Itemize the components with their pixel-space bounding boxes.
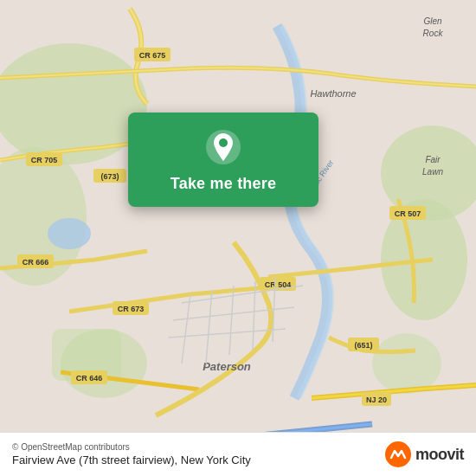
svg-text:CR 673: CR 673 [118,305,145,313]
svg-text:(673): (673) [100,172,119,181]
svg-text:CR 675: CR 675 [139,51,166,60]
location-title: Fairview Ave (7th street fairview), New … [12,453,251,466]
svg-text:CR 646: CR 646 [76,374,103,383]
svg-text:Hawthorne: Hawthorne [310,88,356,99]
take-me-there-card[interactable]: Take me there [128,113,318,207]
svg-text:NJ 20: NJ 20 [366,396,387,404]
svg-point-8 [48,218,91,249]
svg-text:Paterson: Paterson [203,360,251,373]
attribution: © OpenStreetMap contributors [12,442,251,452]
svg-text:CR 507: CR 507 [395,209,421,218]
moovit-logo: moovit [384,441,464,468]
bottom-bar: © OpenStreetMap contributors Fairview Av… [0,432,476,476]
svg-text:CR 705: CR 705 [31,156,58,164]
take-me-there-label: Take me there [170,175,276,193]
map-background: CR 675 CR 705 (673) CR 666 CR 673 CR 504… [0,0,476,476]
svg-point-7 [372,333,441,394]
svg-text:(651): (651) [354,341,372,350]
svg-point-47 [219,138,228,147]
bottom-left: © OpenStreetMap contributors Fairview Av… [12,442,251,466]
svg-text:Glen: Glen [423,16,442,26]
moovit-text: moovit [415,446,464,464]
svg-text:Rock: Rock [423,29,444,38]
map-container: CR 675 CR 705 (673) CR 666 CR 673 CR 504… [0,0,476,476]
svg-text:Fair: Fair [425,155,441,164]
svg-text:CR 666: CR 666 [23,258,49,267]
svg-text:Lawn: Lawn [422,167,443,177]
moovit-icon [384,441,412,468]
location-pin-icon [204,128,242,166]
